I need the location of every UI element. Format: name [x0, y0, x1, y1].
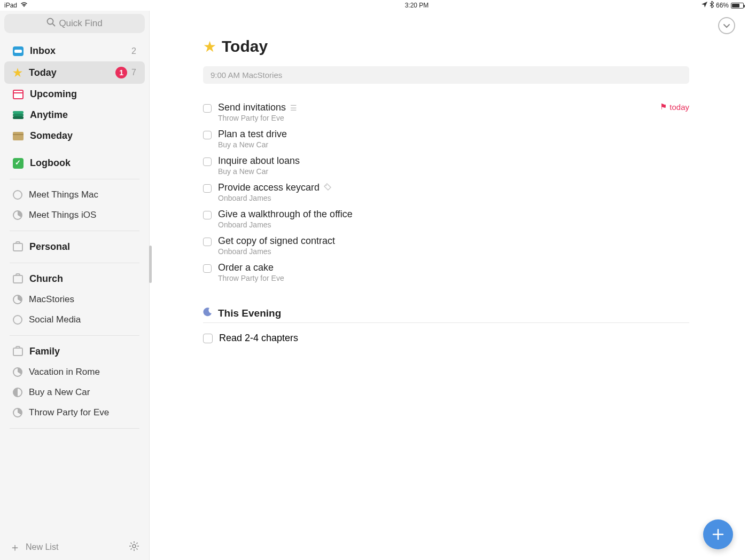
task-row[interactable]: Plan a test drive Buy a New Car: [203, 125, 689, 152]
flag-label: today: [669, 102, 689, 112]
area-icon: [13, 243, 23, 251]
sidebar-footer: ＋ New List: [0, 534, 149, 560]
project-progress-icon: [13, 388, 22, 397]
project-throw-party[interactable]: Throw Party for Eve: [4, 403, 145, 423]
task-row[interactable]: Read 2-4 chapters: [203, 330, 689, 346]
sidebar-item-label: Someday: [30, 130, 73, 141]
area-personal[interactable]: Personal: [4, 236, 145, 257]
project-macstories[interactable]: MacStories: [4, 289, 145, 310]
inbox-count: 2: [131, 46, 136, 56]
svg-line-7: [131, 543, 132, 544]
task-checkbox[interactable]: [203, 334, 213, 343]
task-row[interactable]: Inquire about loans Buy a New Car: [203, 152, 689, 179]
project-label: Social Media: [29, 314, 81, 325]
project-label: Buy a New Car: [29, 387, 90, 398]
evening-title: This Evening: [218, 307, 281, 319]
divider: [10, 428, 139, 429]
task-checkbox[interactable]: [203, 184, 212, 193]
plus-icon: ＋: [10, 542, 20, 553]
area-family[interactable]: Family: [4, 341, 145, 362]
svg-point-2: [133, 545, 136, 548]
task-checkbox[interactable]: [203, 264, 212, 273]
sidebar-item-someday[interactable]: Someday: [4, 125, 145, 146]
divider: [10, 335, 139, 336]
project-label: MacStories: [29, 294, 74, 305]
task-checkbox[interactable]: [203, 131, 212, 139]
status-bar: iPad 3:20 PM 66%: [0, 0, 748, 11]
task-title: Inquire about loans: [218, 155, 300, 167]
task-project: Buy a New Car: [218, 140, 689, 149]
sidebar-item-today[interactable]: ★ Today 1 7: [4, 61, 145, 84]
bluetooth-icon: [710, 1, 714, 10]
area-icon: [13, 348, 23, 356]
search-input[interactable]: Quick Find: [4, 14, 145, 33]
area-label: Personal: [29, 241, 70, 253]
project-meet-things-mac[interactable]: Meet Things Mac: [4, 185, 145, 205]
sidebar: Quick Find Inbox 2 ★ Today 1 7 Upcoming: [0, 11, 150, 560]
svg-line-1: [53, 24, 56, 27]
page-header: ★ Today: [203, 37, 689, 56]
project-label: Throw Party for Eve: [29, 407, 109, 418]
sidebar-item-inbox[interactable]: Inbox 2: [4, 41, 145, 61]
sidebar-item-anytime[interactable]: Anytime: [4, 105, 145, 125]
flag-icon: ⚑: [660, 102, 667, 112]
task-row[interactable]: Give a walkthrough of the office Onboard…: [203, 206, 689, 232]
task-checkbox[interactable]: [203, 238, 212, 246]
task-project: Onboard James: [218, 247, 689, 256]
task-title: Send invitations: [218, 102, 286, 113]
wifi-icon: [20, 2, 28, 9]
task-project: Buy a New Car: [218, 167, 689, 176]
task-project: Throw Party for Eve: [218, 114, 653, 122]
tag-icon: [324, 183, 331, 192]
project-buy-new-car[interactable]: Buy a New Car: [4, 382, 145, 403]
task-row[interactable]: Provide access keycard Onboard James: [203, 179, 689, 206]
area-label: Church: [29, 273, 63, 285]
project-social-media[interactable]: Social Media: [4, 310, 145, 330]
task-checkbox[interactable]: [203, 211, 212, 219]
task-row[interactable]: Get copy of signed contract Onboard Jame…: [203, 232, 689, 259]
evening-section-header: This Evening: [203, 307, 689, 323]
project-meet-things-ios[interactable]: Meet Things iOS: [4, 205, 145, 225]
sidebar-item-logbook[interactable]: Logbook: [4, 153, 145, 173]
star-icon: ★: [203, 38, 216, 56]
divider: [10, 263, 139, 263]
settings-button[interactable]: [129, 541, 139, 554]
today-count: 7: [131, 68, 136, 77]
today-badge: 1: [115, 67, 127, 78]
project-vacation-rome[interactable]: Vacation in Rome: [4, 362, 145, 382]
page-title: Today: [222, 37, 268, 56]
svg-line-10: [136, 543, 137, 544]
search-placeholder: Quick Find: [59, 18, 102, 29]
calendar-event-row[interactable]: 9:00 AM MacStories: [203, 66, 689, 84]
device-label: iPad: [4, 2, 17, 9]
area-icon: [13, 275, 23, 283]
sidebar-item-label: Inbox: [30, 45, 56, 57]
deadline-flag: ⚑ today: [660, 102, 689, 112]
area-church[interactable]: Church: [4, 269, 145, 289]
project-progress-icon: [13, 315, 22, 325]
task-row[interactable]: Send invitations ☰ Throw Party for Eve ⚑…: [203, 99, 689, 125]
task-checkbox[interactable]: [203, 104, 212, 113]
main-content: ★ Today 9:00 AM MacStories Send invitati…: [150, 11, 748, 560]
collapse-button[interactable]: [718, 17, 735, 34]
svg-point-0: [48, 19, 53, 25]
task-title: Provide access keycard: [218, 182, 320, 193]
new-list-button[interactable]: New List: [26, 542, 58, 552]
svg-line-9: [131, 548, 132, 549]
sidebar-item-label: Upcoming: [30, 89, 77, 100]
battery-percent: 66%: [716, 2, 729, 9]
task-title: Get copy of signed contract: [218, 235, 335, 247]
task-title: Plan a test drive: [218, 129, 287, 140]
add-task-button[interactable]: [703, 519, 733, 549]
task-checkbox[interactable]: [203, 157, 212, 166]
checklist-icon: ☰: [290, 104, 297, 112]
project-label: Vacation in Rome: [29, 367, 100, 377]
svg-point-11: [326, 185, 327, 186]
project-progress-icon: [13, 408, 22, 417]
project-progress-icon: [13, 367, 22, 377]
sidebar-item-label: Today: [29, 67, 57, 78]
sidebar-item-upcoming[interactable]: Upcoming: [4, 84, 145, 105]
logbook-icon: [13, 158, 24, 169]
location-icon: [702, 2, 707, 9]
task-row[interactable]: Order a cake Throw Party for Eve: [203, 259, 689, 286]
